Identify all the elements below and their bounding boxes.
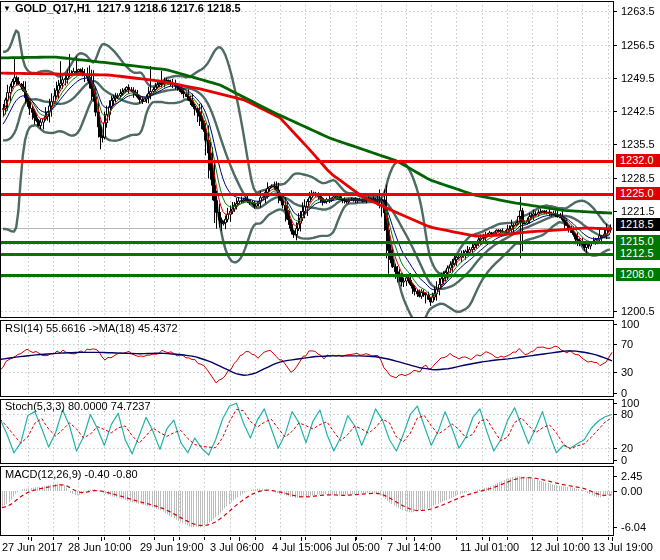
trading-chart-window: ▼GOLD_Q17,H1 1217.9 1218.6 1217.6 1218.5… [0, 0, 660, 560]
price-chart-canvas[interactable] [0, 0, 660, 560]
